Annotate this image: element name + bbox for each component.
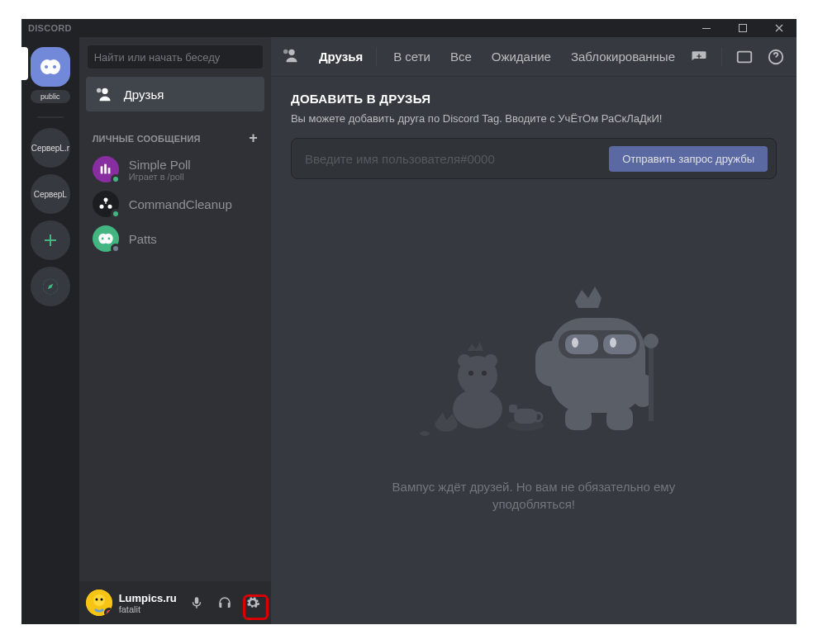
microphone-icon <box>189 595 204 610</box>
dm-item[interactable]: Patts <box>86 222 264 255</box>
svg-point-29 <box>610 338 616 348</box>
user-tag: fatalit <box>119 604 178 614</box>
svg-point-5 <box>53 65 56 69</box>
server-initials: СерверL <box>34 190 67 199</box>
user-avatar[interactable] <box>86 590 112 616</box>
friends-nav-label: Друзья <box>124 88 164 102</box>
svg-rect-0 <box>702 28 711 29</box>
help-icon <box>767 48 785 66</box>
user-settings-button[interactable] <box>241 591 264 614</box>
headphones-icon <box>217 595 232 610</box>
friends-nav-button[interactable]: Друзья <box>86 77 264 111</box>
inbox-icon <box>735 48 754 66</box>
tab-friends-label: Друзья <box>311 47 377 66</box>
dm-name: Patts <box>129 232 157 246</box>
dm-name: Simple Poll <box>129 158 191 172</box>
topbar: Друзья В сети Все Ожидание Заблокированн… <box>271 37 797 77</box>
empty-state-illustration <box>385 277 682 458</box>
window-close-button[interactable] <box>768 19 790 37</box>
avatar <box>93 156 119 182</box>
svg-point-38 <box>468 371 473 376</box>
window-minimize-button[interactable] <box>696 19 717 37</box>
server-selection-pill <box>21 47 28 80</box>
server-list: public СерверL.r СерверL <box>21 37 79 624</box>
user-panel: Lumpics.ru fatalit <box>79 581 271 624</box>
dm-item[interactable]: Simple Poll Играет в /poll <box>86 153 264 186</box>
titlebar: DISCORD <box>21 19 797 37</box>
svg-point-15 <box>101 238 103 240</box>
friends-icon <box>283 46 301 68</box>
dm-item[interactable]: CommandCleanup <box>86 187 264 220</box>
svg-point-36 <box>458 354 471 367</box>
server-item[interactable]: СерверL.r <box>31 128 70 168</box>
message-plus-icon <box>690 48 708 66</box>
help-button[interactable] <box>767 48 785 66</box>
home-button[interactable] <box>31 47 70 87</box>
plus-icon <box>42 232 59 249</box>
add-friend-subtitle: Вы можете добавить друга по Discord Tag.… <box>291 112 777 125</box>
svg-point-40 <box>453 389 502 429</box>
channel-sidebar: Найти или начать беседу Друзья ЛИЧНЫЕ СО… <box>79 37 271 624</box>
mute-mic-button[interactable] <box>185 591 208 614</box>
avatar <box>93 225 119 252</box>
svg-point-16 <box>107 238 110 240</box>
tab-online[interactable]: В сети <box>385 47 439 66</box>
svg-rect-34 <box>606 407 633 430</box>
new-group-dm-button[interactable] <box>690 48 708 66</box>
svg-rect-1 <box>740 25 747 32</box>
server-initials: СерверL.r <box>31 144 69 153</box>
svg-point-18 <box>93 594 105 606</box>
tab-all[interactable]: Все <box>442 47 480 66</box>
svg-point-32 <box>644 334 659 348</box>
add-friend-input[interactable]: Введите имя пользователя#0000 <box>305 152 599 166</box>
find-conversation-button[interactable]: Найти или начать беседу <box>88 45 263 69</box>
svg-rect-26 <box>565 334 598 354</box>
search-placeholder: Найти или начать беседу <box>94 51 221 64</box>
send-friend-request-button[interactable]: Отправить запрос дружбы <box>609 146 768 172</box>
svg-point-19 <box>95 599 97 601</box>
guild-divider <box>37 116 64 118</box>
deafen-button[interactable] <box>213 591 236 614</box>
server-item[interactable]: СерверL <box>31 174 70 214</box>
compass-icon <box>41 277 59 296</box>
app-brand: DISCORD <box>28 23 72 33</box>
window-maximize-button[interactable] <box>732 19 754 37</box>
svg-rect-43 <box>509 405 517 413</box>
svg-point-28 <box>572 338 578 348</box>
explore-servers-button[interactable] <box>31 267 70 306</box>
dm-section-header: ЛИЧНЫЕ СООБЩЕНИЯ <box>93 134 201 144</box>
avatar <box>93 191 119 217</box>
svg-rect-33 <box>565 407 592 430</box>
friends-icon <box>96 85 114 103</box>
svg-rect-8 <box>104 164 107 174</box>
create-dm-button[interactable]: + <box>249 130 258 147</box>
svg-point-4 <box>45 65 48 69</box>
empty-state-text: Вампус ждёт друзей. Но вам не обязательн… <box>352 478 716 513</box>
svg-rect-31 <box>649 343 654 421</box>
add-server-button[interactable] <box>31 220 70 260</box>
svg-rect-9 <box>107 168 110 173</box>
inbox-button[interactable] <box>735 48 754 66</box>
dm-activity: Играет в /poll <box>129 172 191 182</box>
gear-icon <box>245 595 260 610</box>
svg-point-45 <box>420 431 430 436</box>
svg-point-37 <box>484 354 497 367</box>
svg-point-12 <box>107 205 112 209</box>
main-content: Друзья В сети Все Ожидание Заблокированн… <box>271 37 797 624</box>
svg-point-20 <box>100 599 102 601</box>
folder-label: public <box>31 90 70 103</box>
svg-rect-7 <box>100 166 102 173</box>
add-friend-row: Введите имя пользователя#0000 Отправить … <box>291 138 777 179</box>
dm-name: CommandCleanup <box>129 197 232 211</box>
svg-point-39 <box>482 371 487 376</box>
username: Lumpics.ru <box>119 592 178 604</box>
tab-blocked[interactable]: Заблокированные <box>563 47 683 66</box>
svg-point-11 <box>99 205 103 209</box>
svg-point-44 <box>534 413 542 421</box>
svg-rect-27 <box>603 334 636 354</box>
add-friend-title: ДОБАВИТЬ В ДРУЗЬЯ <box>291 92 777 106</box>
tab-pending[interactable]: Ожидание <box>483 47 559 66</box>
svg-rect-21 <box>738 51 752 62</box>
